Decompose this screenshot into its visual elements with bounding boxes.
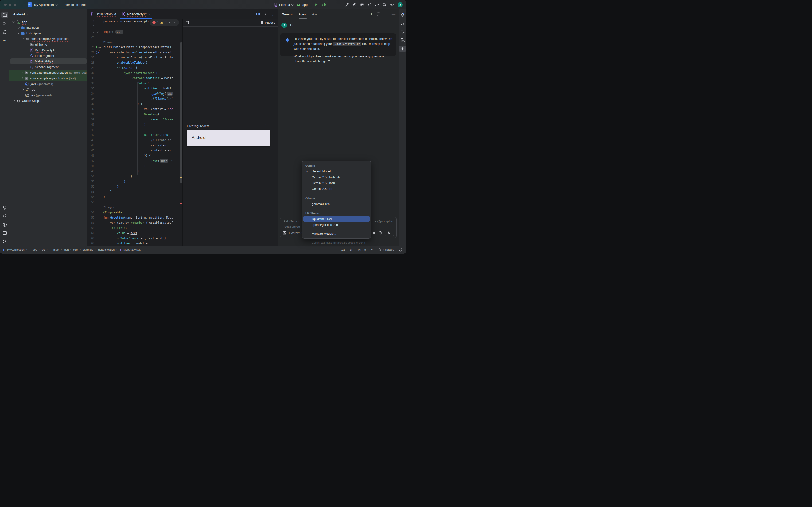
run-gutter-icon[interactable]: [96, 46, 98, 48]
code-line-55[interactable]: 55: [87, 200, 182, 205]
code-line-33[interactable]: 33 modifier = Modifi: [87, 86, 182, 91]
design-view-icon[interactable]: [263, 12, 268, 16]
problems-icon[interactable]: [1, 221, 8, 228]
more-icon[interactable]: ⋯: [1, 37, 8, 44]
send-button[interactable]: [385, 230, 394, 236]
code-line-28[interactable]: 28 enableEdgeToEdge(): [87, 60, 182, 65]
code-line-42[interactable]: 42 Button(onClick =: [87, 132, 182, 137]
close-tab-icon[interactable]: ×: [149, 12, 150, 16]
run-button[interactable]: [314, 3, 318, 7]
code-line-44[interactable]: 44 val intent =: [87, 143, 182, 148]
indent-widget[interactable]: 4 spaces: [378, 248, 394, 251]
new-chat-icon[interactable]: +: [370, 12, 373, 16]
code-line-30[interactable]: 30 MyApplicationTheme {: [87, 70, 182, 75]
breadcrumb-myapplication[interactable]: MyApplication: [3, 248, 25, 251]
user-avatar[interactable]: J: [398, 2, 403, 7]
tab-agent[interactable]: Agent: [299, 9, 307, 19]
tree-chevron-icon[interactable]: [17, 32, 19, 34]
file-encoding[interactable]: UTF-8: [358, 248, 366, 251]
usages-inlay-hint[interactable]: 2 Usages: [87, 205, 182, 210]
tree-chevron-icon[interactable]: [17, 26, 19, 29]
code-line-47[interactable]: 47 Text(text = "(: [87, 158, 182, 163]
tree-item-kotlin-java[interactable]: kotlin+java: [10, 30, 87, 36]
code-line-37[interactable]: 37 val context = Loc: [87, 107, 182, 112]
tab-detailactivity[interactable]: DetailActivity.kt: [87, 9, 119, 18]
preview-options-icon[interactable]: ⋮: [264, 124, 268, 127]
code-line-59[interactable]: 59 TextField(: [87, 225, 182, 230]
device-selector[interactable]: Pixel 9a: [273, 3, 293, 7]
menu-item-gemma3-12b[interactable]: gemma3:12b: [303, 201, 369, 207]
breadcrumb-app[interactable]: app: [29, 248, 37, 251]
code-view-icon[interactable]: [248, 12, 253, 16]
breadcrumb-mainactivity-kt[interactable]: MainActivity.kt: [119, 248, 141, 251]
code-line-43[interactable]: 43 // Create an: [87, 137, 182, 143]
prompt-settings-gear-icon[interactable]: [372, 231, 376, 235]
menu-item-liquid-lfm2-1-2b[interactable]: liquid/lfm2-1.2b: [303, 216, 369, 222]
code-line-58[interactable]: 58 var text by remember { mutableStateOf: [87, 220, 182, 225]
lock-open-icon[interactable]: [399, 248, 403, 252]
tree-chevron-icon[interactable]: [13, 100, 15, 102]
code-line-49[interactable]: 49 }: [87, 169, 182, 174]
tree-item-app[interactable]: app: [10, 19, 87, 25]
window-minimize-button[interactable]: [9, 3, 11, 6]
code-line-27[interactable]: 27 super.onCreate(savedInstanceState: [87, 55, 182, 60]
gemini-status-sparkle-icon[interactable]: ✦: [370, 248, 373, 251]
error-stripe-mark[interactable]: [180, 203, 182, 204]
code-line-54[interactable]: 54}: [87, 194, 182, 200]
editor-scrollbar[interactable]: [181, 42, 182, 183]
window-zoom-button[interactable]: [14, 3, 16, 6]
code-line-25[interactable]: 25</>class MainActivity : ComponentActiv…: [87, 45, 182, 50]
search-everywhere-button[interactable]: [383, 3, 387, 7]
code-line-39[interactable]: 39 name = "Scree: [87, 117, 182, 122]
tab-mainactivity[interactable]: MainActivity.kt ×: [119, 9, 153, 18]
menu-item-gemini-2-5-flash-lite[interactable]: Gemini 2.5 Flash Lite: [303, 174, 369, 180]
tree-item-manifests[interactable]: manifests: [10, 25, 87, 30]
debug-button[interactable]: [322, 3, 326, 7]
code-line-31[interactable]: 31 Scaffold(modifier = Modif: [87, 75, 182, 81]
build-button[interactable]: [345, 3, 349, 7]
code-line-62[interactable]: 62 modifier = modifier: [87, 241, 182, 246]
code-line-36[interactable]: 36 ) {: [87, 101, 182, 107]
code-line-41[interactable]: 41: [87, 127, 182, 132]
menu-item-gemini-2-5-flash[interactable]: Gemini 2.5 Flash: [303, 180, 369, 186]
gradle-sync-button[interactable]: [375, 3, 379, 7]
code-line-52[interactable]: 52 }: [87, 184, 182, 189]
terminal-icon[interactable]: [1, 230, 8, 236]
profiler-button[interactable]: [367, 3, 372, 7]
fold-gutter-icon[interactable]: [97, 31, 98, 33]
menu-item-manage-models[interactable]: Manage Models...: [303, 231, 369, 237]
tree-item-com-example-myapplication[interactable]: com.example.myapplication: [10, 36, 87, 42]
inspection-widget[interactable]: ! 1 1: [150, 19, 179, 25]
window-close-button[interactable]: [4, 3, 7, 6]
code-line-46[interactable]: 46 }) {: [87, 153, 182, 158]
code-line-29[interactable]: 29 setContent {: [87, 65, 182, 70]
device-manager-button[interactable]: [360, 3, 364, 7]
prev-error-icon[interactable]: [169, 21, 171, 24]
editor-options-icon[interactable]: ⋮: [271, 12, 274, 16]
resource-manager-icon[interactable]: [1, 20, 8, 27]
hide-panel-icon[interactable]: —: [392, 12, 395, 16]
next-error-icon[interactable]: [174, 21, 177, 23]
project-folder-icon[interactable]: [1, 12, 8, 18]
menu-item-gemini-2-5-pro[interactable]: Gemini 2.5 Pro: [303, 186, 369, 192]
vcs-widget[interactable]: Version control: [64, 3, 89, 7]
tree-item-com-example-myapplication[interactable]: com.example.myapplication(test): [9, 75, 87, 81]
tree-item-detailactivity-kt[interactable]: DetailActivity.kt: [10, 47, 87, 53]
code-editor[interactable]: 1package com.example.myappli23import ...…: [87, 19, 182, 246]
preview-paused-status[interactable]: Paused: [261, 21, 275, 24]
override-gutter-icon[interactable]: [96, 51, 99, 54]
code-line-34[interactable]: 34 .padding(pad: [87, 91, 182, 96]
tree-chevron-icon[interactable]: [21, 77, 23, 79]
code-line-50[interactable]: 50 }: [87, 174, 182, 179]
code-line-61[interactable]: 61 onValueChange = { text = it },: [87, 236, 182, 241]
breadcrumb-src[interactable]: src: [42, 248, 45, 251]
split-view-icon[interactable]: [256, 12, 260, 16]
tree-item-firstfragment[interactable]: FirstFragment: [10, 53, 87, 58]
preview-layout-icon[interactable]: [185, 21, 189, 25]
code-line-3[interactable]: 3import ...: [87, 29, 182, 34]
version-control-branch-icon[interactable]: [1, 238, 8, 245]
gradle-icon[interactable]: [399, 20, 406, 27]
chat-history-icon[interactable]: [376, 12, 380, 16]
breadcrumb-example[interactable]: example: [83, 248, 93, 251]
code-line-45[interactable]: 45 context.start: [87, 148, 182, 153]
